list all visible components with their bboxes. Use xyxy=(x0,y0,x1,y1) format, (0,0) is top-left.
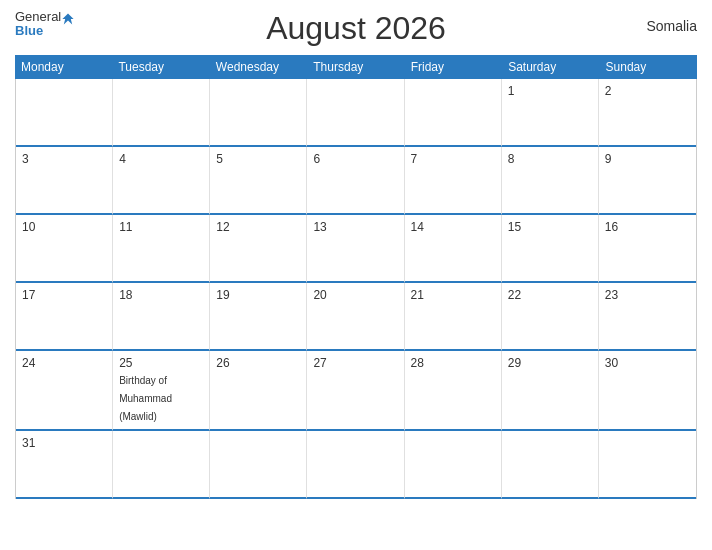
day-number: 17 xyxy=(22,288,106,302)
day-number: 27 xyxy=(313,356,397,370)
day-cell: 5 xyxy=(210,147,307,215)
day-number: 15 xyxy=(508,220,592,234)
day-cell: 19 xyxy=(210,283,307,351)
day-number: 31 xyxy=(22,436,106,450)
day-cell: 18 xyxy=(113,283,210,351)
day-cell: 1 xyxy=(502,79,599,147)
day-cell xyxy=(307,431,404,499)
day-cell: 21 xyxy=(405,283,502,351)
day-cell: 31 xyxy=(16,431,113,499)
day-number: 5 xyxy=(216,152,300,166)
day-cell xyxy=(113,431,210,499)
day-header-saturday: Saturday xyxy=(502,55,599,79)
day-number: 28 xyxy=(411,356,495,370)
svg-marker-0 xyxy=(63,13,74,24)
day-cell: 23 xyxy=(599,283,696,351)
calendar-wrapper: General Blue August 2026 Somalia MondayT… xyxy=(0,0,712,550)
day-cell: 16 xyxy=(599,215,696,283)
day-cell: 27 xyxy=(307,351,404,431)
day-cell: 22 xyxy=(502,283,599,351)
day-number: 8 xyxy=(508,152,592,166)
day-cell: 9 xyxy=(599,147,696,215)
day-header-sunday: Sunday xyxy=(600,55,697,79)
day-cell: 26 xyxy=(210,351,307,431)
calendar-title: August 2026 xyxy=(266,10,446,47)
calendar-grid: 1234567891011121314151617181920212223242… xyxy=(15,79,697,499)
day-cell: 12 xyxy=(210,215,307,283)
day-cell xyxy=(307,79,404,147)
day-number: 16 xyxy=(605,220,690,234)
day-number: 6 xyxy=(313,152,397,166)
day-event: Birthday of Muhammad (Mawlid) xyxy=(119,375,172,422)
logo: General Blue xyxy=(15,10,61,39)
day-cell xyxy=(502,431,599,499)
day-number: 26 xyxy=(216,356,300,370)
day-number: 20 xyxy=(313,288,397,302)
day-number: 25 xyxy=(119,356,203,370)
day-cell: 2 xyxy=(599,79,696,147)
day-header-monday: Monday xyxy=(15,55,112,79)
day-number: 9 xyxy=(605,152,690,166)
day-cell: 30 xyxy=(599,351,696,431)
day-number: 19 xyxy=(216,288,300,302)
logo-bird-icon xyxy=(61,12,75,26)
day-number: 7 xyxy=(411,152,495,166)
day-number: 13 xyxy=(313,220,397,234)
day-cell xyxy=(16,79,113,147)
day-number: 24 xyxy=(22,356,106,370)
day-cell: 28 xyxy=(405,351,502,431)
day-cell: 29 xyxy=(502,351,599,431)
day-number: 14 xyxy=(411,220,495,234)
day-cell: 17 xyxy=(16,283,113,351)
day-number: 21 xyxy=(411,288,495,302)
day-cell: 3 xyxy=(16,147,113,215)
day-number: 4 xyxy=(119,152,203,166)
day-cell xyxy=(405,431,502,499)
day-number: 23 xyxy=(605,288,690,302)
day-cell: 6 xyxy=(307,147,404,215)
day-number: 11 xyxy=(119,220,203,234)
day-header-thursday: Thursday xyxy=(307,55,404,79)
day-cell: 20 xyxy=(307,283,404,351)
day-cell: 7 xyxy=(405,147,502,215)
day-number: 29 xyxy=(508,356,592,370)
day-header-friday: Friday xyxy=(405,55,502,79)
day-number: 1 xyxy=(508,84,592,98)
country-label: Somalia xyxy=(646,18,697,34)
day-number: 18 xyxy=(119,288,203,302)
day-cell: 25Birthday of Muhammad (Mawlid) xyxy=(113,351,210,431)
day-cell: 10 xyxy=(16,215,113,283)
day-cell: 8 xyxy=(502,147,599,215)
day-number: 12 xyxy=(216,220,300,234)
day-cell: 13 xyxy=(307,215,404,283)
days-header: MondayTuesdayWednesdayThursdayFridaySatu… xyxy=(15,55,697,79)
logo-general-text: General xyxy=(15,10,61,24)
logo-blue-text: Blue xyxy=(15,24,61,38)
day-cell: 11 xyxy=(113,215,210,283)
day-cell xyxy=(405,79,502,147)
day-cell: 15 xyxy=(502,215,599,283)
day-number: 3 xyxy=(22,152,106,166)
day-cell: 14 xyxy=(405,215,502,283)
day-cell: 4 xyxy=(113,147,210,215)
day-cell xyxy=(210,431,307,499)
day-header-tuesday: Tuesday xyxy=(112,55,209,79)
calendar-header: General Blue August 2026 Somalia xyxy=(15,10,697,47)
day-cell: 24 xyxy=(16,351,113,431)
day-cell xyxy=(599,431,696,499)
day-number: 2 xyxy=(605,84,690,98)
day-number: 10 xyxy=(22,220,106,234)
day-cell xyxy=(210,79,307,147)
day-number: 22 xyxy=(508,288,592,302)
day-number: 30 xyxy=(605,356,690,370)
day-header-wednesday: Wednesday xyxy=(210,55,307,79)
day-cell xyxy=(113,79,210,147)
